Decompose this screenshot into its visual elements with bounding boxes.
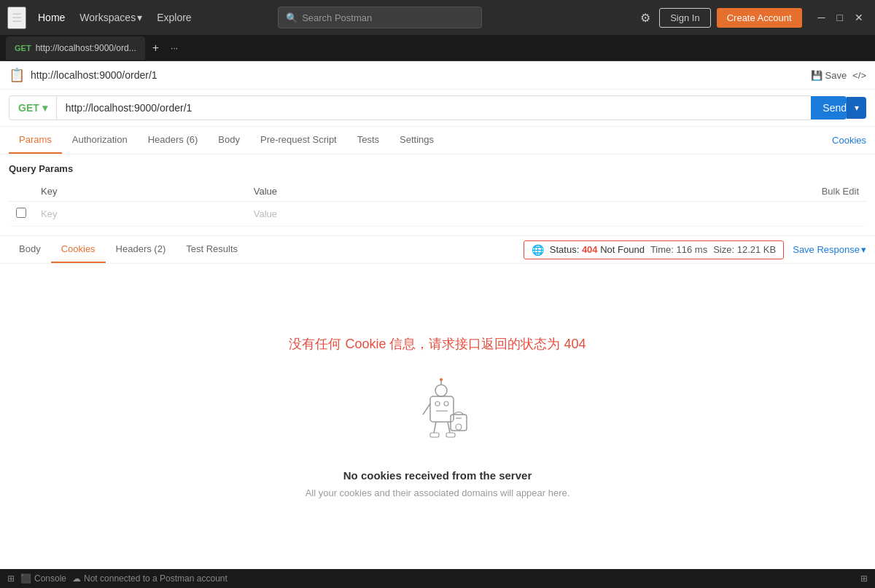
globe-icon: 🌐 [532,244,544,256]
tab-body[interactable]: Body [208,127,250,154]
bulk-edit-button[interactable]: Bulk Edit [508,181,866,202]
layout-button[interactable]: ⊞ [860,573,868,584]
cookies-link[interactable]: Cookies [832,135,866,146]
svg-point-12 [456,424,462,430]
method-select[interactable]: GET ▾ [9,95,56,120]
tab-settings[interactable]: Settings [389,127,444,154]
col-value: Value [246,181,509,202]
resp-tab-headers[interactable]: Headers (2) [106,236,176,263]
tab-params[interactable]: Params [9,127,62,154]
col-key: Key [34,181,246,202]
main-content: 📋 http://localhost:9000/order/1 💾 Save <… [0,61,875,569]
request-tabs: Params Authorization Headers (6) Body Pr… [0,127,875,154]
method-arrow: ▾ [42,102,47,114]
params-table: Key Value Bulk Edit Key Value [9,181,866,227]
cookie-message: 没有任何 Cookie 信息，请求接口返回的状态为 404 [289,335,586,353]
url-display: http://localhost:9000/order/1 [31,69,805,81]
response-tabs-bar: Body Cookies Headers (2) Test Results 🌐 … [0,236,875,264]
connection-status: ☁ Not connected to a Postman account [72,573,228,584]
cloud-icon: ☁ [72,573,81,584]
topbar-nav: Home Workspaces ▾ Explore [32,9,198,26]
tabbar: GET http://localhost:9000/ord... + ··· [0,35,875,61]
value-cell[interactable]: Value [246,202,509,227]
nav-workspaces[interactable]: Workspaces ▾ [74,9,148,26]
tab-authorization[interactable]: Authorization [62,127,138,154]
resp-tab-test-results[interactable]: Test Results [176,236,248,263]
svg-line-7 [434,422,436,433]
search-bar[interactable]: 🔍 Search Postman [278,7,482,28]
send-dropdown-button[interactable]: ▾ [847,97,866,119]
no-cookies-subtitle: All your cookies and their associated do… [306,487,570,498]
save-button[interactable]: 💾 Save [811,70,847,81]
save-label: Save [825,70,847,81]
svg-rect-10 [446,433,455,437]
close-button[interactable]: ✕ [850,9,868,26]
svg-line-8 [448,422,450,433]
params-section: Query Params Key Value Bulk Edit Key Val… [0,154,875,235]
svg-point-2 [440,378,443,381]
send-button[interactable]: Send [811,96,847,119]
time-detail: Time: 116 ms [650,244,707,255]
nav-home[interactable]: Home [32,9,71,26]
svg-rect-9 [430,433,439,437]
method-label: GET [18,102,39,114]
tab-headers[interactable]: Headers (6) [138,127,209,154]
signin-button[interactable]: Sign In [659,8,710,28]
create-account-button[interactable]: Create Account [717,8,802,28]
svg-point-4 [435,401,440,406]
url-bar-container: 📋 http://localhost:9000/order/1 💾 Save <… [0,61,875,90]
cookie-illustration [401,375,474,455]
settings-icon[interactable]: ⚙ [637,8,653,28]
resp-tab-cookies[interactable]: Cookies [51,236,106,263]
status-code: 404 [582,244,600,255]
query-params-title: Query Params [9,163,866,174]
bottom-right: ⊞ [860,573,868,584]
console-icon: ⬛ [20,573,31,584]
nav-explore[interactable]: Explore [151,9,197,26]
request-bar: GET ▾ Send ▾ [0,90,875,127]
svg-point-0 [435,385,447,396]
cookie-content: 没有任何 Cookie 信息，请求接口返回的状态为 404 [0,264,875,569]
svg-point-5 [444,401,448,406]
bottom-left: ⊞ ⬛ Console ☁ Not connected to a Postman… [7,573,228,584]
bottom-bar: ⊞ ⬛ Console ☁ Not connected to a Postman… [0,569,875,588]
response-section: Body Cookies Headers (2) Test Results 🌐 … [0,236,875,569]
key-cell[interactable]: Key [34,202,246,227]
console-button[interactable]: ⬛ Console [20,573,66,584]
resp-tab-body[interactable]: Body [9,236,51,263]
table-row: Key Value [9,202,866,227]
tab-method: GET [15,44,31,52]
calendar-icon: 📋 [9,67,25,83]
add-tab-button[interactable]: + [148,39,163,58]
layout-icon: ⊞ [7,573,15,584]
url-input[interactable] [56,95,812,120]
tab-pre-request-script[interactable]: Pre-request Script [250,127,347,154]
search-icon: 🔍 [286,12,298,23]
topbar-actions: ⚙ Sign In Create Account ─ □ ✕ [637,8,868,28]
no-cookies-title: No cookies received from the server [343,469,532,482]
tab-tests[interactable]: Tests [347,127,389,154]
minimize-button[interactable]: ─ [814,9,830,26]
status-bar: 🌐 Status: 404 Not Found Time: 116 ms Siz… [524,240,784,259]
status-label: Status: 404 Not Found [550,244,645,255]
search-placeholder: Search Postman [302,12,372,23]
maximize-button[interactable]: □ [833,9,847,26]
menu-icon[interactable]: ☰ [7,7,26,29]
more-tabs-button[interactable]: ··· [166,40,182,56]
window-controls: ─ □ ✕ [814,9,868,26]
tab-get-order[interactable]: GET http://localhost:9000/ord... [6,36,145,60]
svg-line-14 [423,404,430,415]
save-response-button[interactable]: Save Response ▾ [793,244,866,255]
url-bar-actions: 💾 Save </> [811,70,866,81]
col-checkbox [9,181,34,202]
code-view-button[interactable]: </> [852,70,866,81]
tab-url: http://localhost:9000/ord... [36,43,136,53]
row-checkbox[interactable] [16,208,26,218]
svg-rect-3 [430,396,454,422]
topbar: ☰ Home Workspaces ▾ Explore 🔍 Search Pos… [0,0,875,35]
save-icon: 💾 [811,70,822,81]
size-detail: Size: 12.21 KB [713,244,776,255]
